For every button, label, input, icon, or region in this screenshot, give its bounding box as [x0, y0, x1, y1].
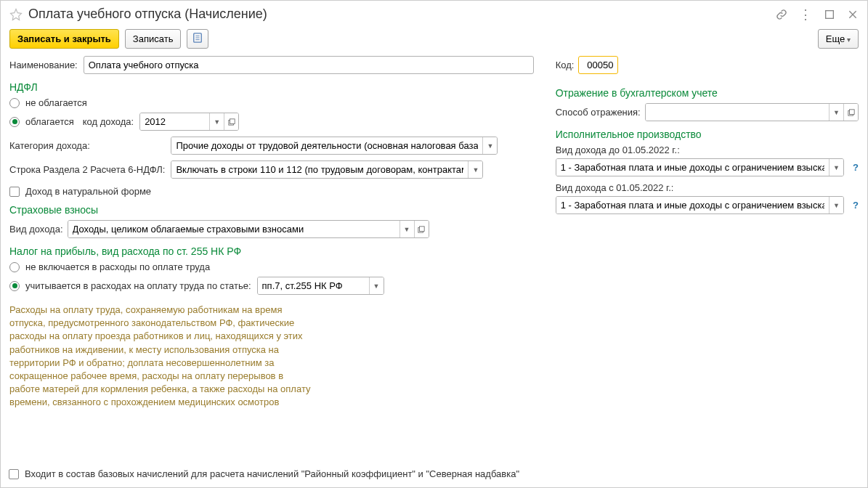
enf-after-input[interactable]	[556, 197, 829, 214]
pt-included-label: учитывается в расходах на оплату труда п…	[25, 280, 251, 291]
ndfl-taxed-label: облагается	[25, 116, 74, 127]
pt-not-included-label: не включается в расходы по оплате труда	[25, 261, 210, 272]
svg-rect-6	[230, 118, 235, 123]
income-code-label: код дохода:	[83, 116, 134, 127]
natural-form-label: Доход в натуральной форме	[25, 186, 151, 197]
ndfl-not-taxed-label: не облагается	[25, 97, 87, 108]
maximize-icon[interactable]	[824, 9, 835, 20]
category-label: Категория дохода:	[9, 140, 165, 151]
svg-rect-8	[420, 226, 425, 231]
save-and-close-button[interactable]: Записать и закрыть	[9, 29, 119, 49]
category-dropdown[interactable]: ▼	[482, 137, 497, 154]
close-icon[interactable]	[847, 9, 859, 20]
income-code-input[interactable]	[140, 113, 209, 130]
pt-article-dropdown[interactable]: ▼	[369, 277, 384, 294]
enf-before-label: Вид дохода до 01.05.2022 г.:	[556, 145, 680, 155]
ndfl-not-taxed-radio[interactable]	[9, 98, 20, 108]
pt-article-input[interactable]	[258, 277, 369, 294]
ndfl-header: НДФЛ	[9, 81, 534, 93]
favorite-star-icon[interactable]	[9, 8, 23, 21]
link-icon[interactable]	[776, 9, 787, 20]
accounting-method-input[interactable]	[646, 104, 829, 121]
window-title: Оплата учебного отпуска (Начисление)	[28, 7, 776, 22]
pt-not-included-radio[interactable]	[9, 262, 20, 272]
pt-included-radio[interactable]	[9, 281, 20, 291]
enf-after-dropdown[interactable]: ▼	[829, 197, 843, 214]
natural-form-checkbox[interactable]	[9, 187, 20, 197]
section2-label: Строка Раздела 2 Расчета 6-НДФЛ:	[9, 164, 165, 175]
insurance-type-open[interactable]	[414, 221, 429, 237]
insurance-type-label: Вид дохода:	[9, 224, 63, 235]
insurance-type-dropdown[interactable]: ▼	[399, 221, 414, 237]
save-button[interactable]: Записать	[125, 29, 182, 49]
insurance-header: Страховые взносы	[9, 204, 534, 216]
accounting-method-open[interactable]	[843, 104, 858, 121]
ndfl-taxed-radio[interactable]	[9, 117, 20, 127]
enforcement-header: Исполнительное производство	[556, 129, 859, 140]
profit-tax-help-text: Расходы на оплату труда, сохраняемую раб…	[9, 304, 315, 410]
section2-dropdown[interactable]: ▼	[468, 161, 482, 178]
name-input[interactable]	[84, 56, 534, 74]
svg-rect-0	[826, 10, 834, 18]
accounting-method-label: Способ отражения:	[556, 107, 641, 118]
code-label: Код:	[556, 60, 575, 70]
more-button[interactable]: Еще	[818, 29, 859, 49]
section2-input[interactable]	[171, 161, 468, 178]
insurance-type-input[interactable]	[68, 221, 399, 237]
accounting-header: Отражение в бухгалтерском учете	[556, 87, 859, 99]
name-label: Наименование:	[9, 60, 78, 70]
enf-before-input[interactable]	[556, 159, 829, 176]
enf-after-label: Вид дохода с 01.05.2022 г.:	[556, 182, 674, 193]
profit-tax-header: Налог на прибыль, вид расхода по ст. 255…	[9, 245, 534, 257]
kebab-menu-icon[interactable]: ⋮	[799, 8, 812, 21]
code-input[interactable]	[578, 56, 618, 74]
base-accrual-checkbox[interactable]	[9, 469, 19, 479]
accounting-method-dropdown[interactable]: ▼	[829, 104, 843, 121]
enf-before-help-icon[interactable]: ?	[853, 162, 859, 173]
base-accrual-label: Входит в состав базовых начислений для р…	[25, 468, 519, 479]
enf-after-help-icon[interactable]: ?	[853, 200, 859, 211]
income-code-dropdown[interactable]: ▼	[209, 113, 224, 130]
income-code-open[interactable]	[224, 113, 238, 130]
category-input[interactable]	[171, 137, 482, 154]
enf-before-dropdown[interactable]: ▼	[829, 159, 843, 176]
svg-rect-10	[849, 109, 854, 114]
report-button[interactable]	[187, 29, 208, 49]
